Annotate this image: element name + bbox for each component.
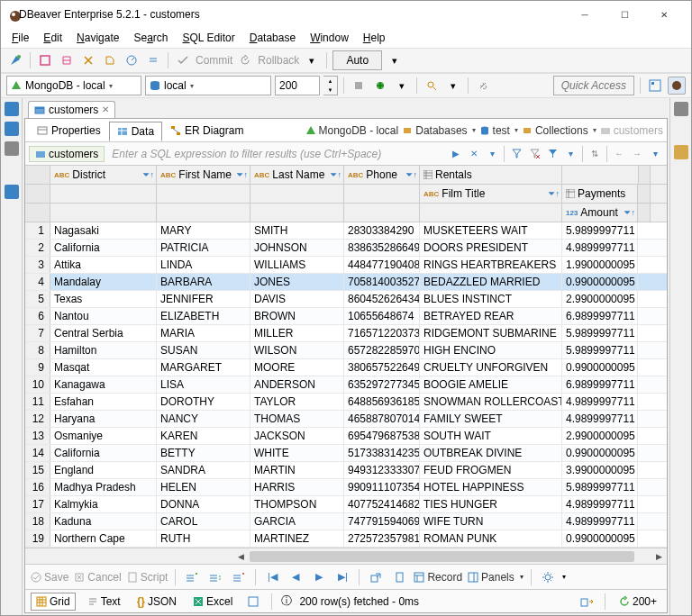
subtab-er[interactable]: ER Diagram — [162, 121, 251, 140]
col-amount[interactable]: 123Amount⏷↑ — [562, 204, 638, 222]
filter-settings-icon[interactable] — [508, 146, 524, 162]
menu-window[interactable]: Window — [305, 30, 354, 46]
rollback-icon[interactable] — [236, 51, 254, 69]
menu-search[interactable]: Search — [128, 30, 173, 46]
table-row[interactable]: 9MasqatMARGARETMOORE380657522649CRUELTY … — [25, 359, 667, 376]
search-icon[interactable] — [423, 77, 441, 95]
export-icon[interactable] — [367, 568, 385, 586]
crumb-collections[interactable]: Collections▾ — [522, 124, 596, 137]
table-row[interactable]: 3AttikaLINDAWILLIAMS448477190408RINGS HE… — [25, 257, 667, 274]
table-row[interactable]: 2CaliforniaPATRICIAJOHNSON838635286649DO… — [25, 240, 667, 257]
sort-az-icon[interactable]: ⇅ — [587, 146, 603, 162]
open-script-icon[interactable] — [101, 51, 119, 69]
tab-customers[interactable]: customers ✕ — [28, 101, 115, 118]
first-page-icon[interactable]: |◀ — [263, 568, 281, 586]
col-group-payments[interactable] — [562, 166, 638, 184]
view-grid[interactable]: Grid — [31, 593, 76, 611]
outline-icon[interactable] — [674, 102, 688, 116]
new-connection-icon[interactable] — [6, 51, 24, 69]
col-first-name[interactable]: ABCFirst Name⏷↑ — [157, 166, 250, 184]
spinner-buttons[interactable]: ▲▼ — [323, 76, 338, 95]
table-row[interactable]: 8HamiltonSUSANWILSON657282285970HIGH ENC… — [25, 342, 667, 359]
filter-dd-icon[interactable]: ▾ — [562, 146, 578, 162]
col-group-payments-label[interactable]: Payments — [562, 185, 638, 203]
nav-dd-icon[interactable]: ▾ — [647, 146, 663, 162]
horizontal-scrollbar[interactable]: ◀▶ — [25, 548, 667, 564]
table-row[interactable]: 6NantouELIZABETHBROWN10655648674BETRAYED… — [25, 308, 667, 325]
col-last-name[interactable]: ABCLast Name⏷↑ — [250, 166, 344, 184]
script-button[interactable]: Script — [127, 571, 168, 584]
new-sql-icon[interactable] — [36, 51, 54, 69]
view-more-icon[interactable] — [244, 593, 262, 611]
maximize-button[interactable]: ☐ — [605, 1, 644, 28]
col-film-title[interactable]: ABCFilm Title⏷↑ — [420, 185, 562, 203]
record-button[interactable]: Record — [414, 571, 462, 584]
txn-mode-icon[interactable]: ▾ — [303, 51, 321, 69]
auto-commit-button[interactable]: Auto — [332, 50, 382, 70]
prev-page-icon[interactable]: ◀ — [287, 568, 305, 586]
view-json[interactable]: {}JSON — [132, 593, 181, 610]
table-row[interactable]: 13OsmaniyeKARENJACKSON695479687538SOUTH … — [25, 428, 667, 445]
col-group-rentals[interactable]: Rentals — [420, 166, 562, 184]
key-icon[interactable] — [674, 145, 688, 159]
stop-icon[interactable] — [350, 77, 368, 95]
settings-icon[interactable] — [539, 568, 557, 586]
debug-dd-icon[interactable]: ▾ — [393, 77, 411, 95]
table-row[interactable]: 11EsfahanDOROTHYTAYLOR648856936185SNOWMA… — [25, 394, 667, 411]
table-row[interactable]: 15EnglandSANDRAMARTIN949312333307FEUD FR… — [25, 462, 667, 479]
menu-database[interactable]: Database — [244, 30, 301, 46]
datasource-combo[interactable]: MongoDB - local▾ — [6, 76, 141, 95]
apply-filter-icon[interactable]: ▶ — [448, 146, 464, 162]
crumb-db[interactable]: test▾ — [479, 124, 518, 137]
rollback-label[interactable]: Rollback — [258, 54, 299, 67]
table-row[interactable]: 5TexasJENNIFERDAVIS860452626434BLUES INS… — [25, 291, 667, 308]
crumb-datasource[interactable]: MongoDB - local — [305, 124, 399, 137]
view-excel[interactable]: Excel — [188, 593, 237, 610]
commit-icon[interactable] — [174, 51, 192, 69]
menu-sql-editor[interactable]: SQL Editor — [177, 30, 240, 46]
table-row[interactable]: 14CaliforniaBETTYWHITE517338314235OUTBRE… — [25, 445, 667, 462]
row-number-header[interactable] — [25, 166, 50, 184]
import-icon[interactable] — [390, 568, 408, 586]
filter-remove-icon[interactable] — [526, 146, 542, 162]
table-row[interactable]: 7Central SerbiaMARIAMILLER716571220373RI… — [25, 325, 667, 342]
sql-dropdown-icon[interactable] — [144, 51, 162, 69]
filter-history-icon[interactable]: ▾ — [484, 146, 500, 162]
save-button[interactable]: Save — [31, 571, 68, 584]
duplicate-row-icon[interactable] — [206, 568, 224, 586]
view-text[interactable]: Text — [83, 593, 125, 610]
table-row[interactable]: 10KanagawaLISAANDERSON635297277345BOOGIE… — [25, 376, 667, 394]
next-page-icon[interactable]: ▶ — [310, 568, 328, 586]
filter-input[interactable]: Enter a SQL expression to filter results… — [108, 148, 444, 160]
nav-back-icon[interactable]: ← — [611, 146, 627, 162]
nav-bookmarks-icon[interactable] — [5, 141, 19, 156]
clear-filter-icon[interactable]: ✕ — [466, 146, 482, 162]
col-district[interactable]: ABCDistrict⏷↑ — [50, 166, 157, 184]
schema-combo[interactable]: local▾ — [145, 76, 271, 95]
delete-row-icon[interactable] — [230, 568, 248, 586]
nav-databases-icon[interactable] — [5, 102, 19, 116]
quick-access[interactable]: Quick Access — [553, 76, 634, 95]
table-row[interactable]: 19Northern CapeRUTHMARTINEZ272572357981R… — [25, 530, 667, 548]
sql-editor-icon[interactable] — [79, 51, 97, 69]
panels-button[interactable]: Panels▾ — [468, 571, 524, 584]
table-row[interactable]: 16Madhya PradeshHELENHARRIS990911107354H… — [25, 479, 667, 496]
debug-icon[interactable] — [371, 77, 389, 95]
search-dd-icon[interactable]: ▾ — [444, 77, 462, 95]
data-rows[interactable]: 1NagasakiMARYSMITH28303384290MUSKETEERS … — [25, 222, 667, 548]
nav-projects-icon[interactable] — [5, 122, 19, 136]
perspective-dbeaver-icon[interactable] — [668, 77, 686, 95]
menu-help[interactable]: Help — [358, 30, 391, 46]
menu-navigate[interactable]: Navigate — [71, 30, 124, 46]
commit-label[interactable]: Commit — [196, 54, 232, 67]
close-tab-icon[interactable]: ✕ — [102, 104, 109, 114]
close-button[interactable]: ✕ — [644, 1, 684, 28]
subtab-properties[interactable]: Properties — [29, 121, 109, 140]
col-phone[interactable]: ABCPhone⏷↑ — [344, 166, 420, 184]
menu-edit[interactable]: Edit — [38, 30, 68, 46]
nav-fwd-icon[interactable]: → — [629, 146, 645, 162]
add-row-icon[interactable] — [183, 568, 201, 586]
table-row[interactable]: 17KalmykiaDONNATHOMPSON407752414682TIES … — [25, 496, 667, 513]
nav-project-explorer-icon[interactable] — [5, 185, 19, 199]
export-data-icon[interactable] — [578, 593, 596, 611]
